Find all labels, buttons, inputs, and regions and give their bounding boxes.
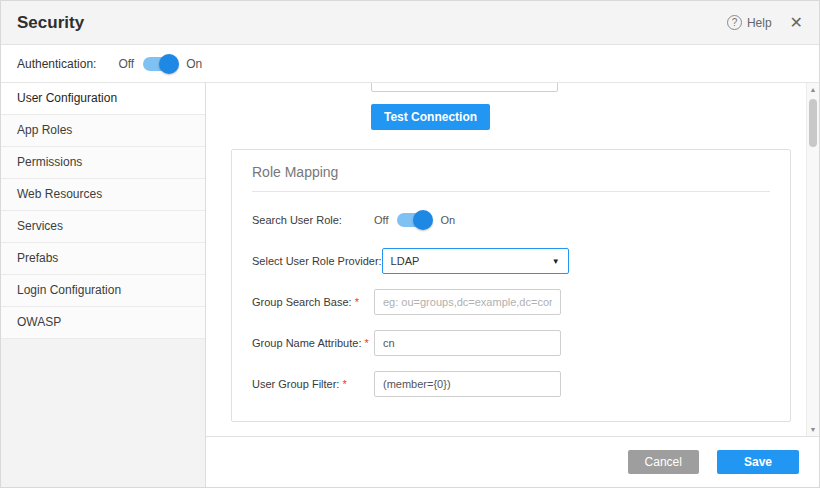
- help-icon: ?: [727, 15, 742, 30]
- cutoff-input-field[interactable]: [371, 83, 558, 92]
- group-name-attribute-label: Group Name Attribute:*: [252, 337, 374, 349]
- chevron-down-icon: ▼: [552, 257, 560, 266]
- search-user-role-toggle-group: Off On: [374, 213, 455, 227]
- search-user-role-off-label[interactable]: Off: [374, 214, 388, 226]
- security-dialog: Security ? Help ✕ Authentication: Off On…: [0, 0, 820, 488]
- authentication-label: Authentication:: [17, 57, 96, 71]
- sidebar-item-user-configuration[interactable]: User Configuration: [1, 83, 205, 115]
- scrollbar-down-arrow[interactable]: ▼: [807, 426, 819, 433]
- search-user-role-row: Search User Role: Off On: [252, 207, 770, 233]
- search-user-role-label: Search User Role:: [252, 214, 374, 226]
- save-button[interactable]: Save: [717, 450, 799, 474]
- sidebar-item-prefabs[interactable]: Prefabs: [1, 243, 205, 275]
- authentication-on-label[interactable]: On: [186, 57, 202, 71]
- label-text: Group Search Base:: [252, 296, 352, 308]
- help-button[interactable]: ? Help: [727, 15, 772, 30]
- sidebar-item-login-configuration[interactable]: Login Configuration: [1, 275, 205, 307]
- vertical-scrollbar[interactable]: ▲ ▼: [806, 83, 819, 436]
- cancel-button[interactable]: Cancel: [628, 450, 699, 474]
- sidebar-item-app-roles[interactable]: App Roles: [1, 115, 205, 147]
- group-name-attribute-input[interactable]: [374, 330, 561, 356]
- search-user-role-toggle[interactable]: [397, 213, 431, 227]
- sidebar-item-web-resources[interactable]: Web Resources: [1, 179, 205, 211]
- sidebar-item-permissions[interactable]: Permissions: [1, 147, 205, 179]
- role-mapping-panel: Role Mapping Search User Role: Off On Se…: [231, 149, 791, 422]
- required-asterisk: *: [342, 378, 346, 390]
- authentication-off-label[interactable]: Off: [118, 57, 134, 71]
- scrollbar-up-arrow[interactable]: ▲: [807, 86, 819, 93]
- dialog-footer: Cancel Save: [206, 436, 819, 487]
- required-asterisk: *: [364, 337, 368, 349]
- provider-row: Select User Role Provider: LDAP ▼: [252, 248, 770, 274]
- dialog-body: User Configuration App Roles Permissions…: [1, 83, 819, 487]
- group-search-base-input[interactable]: [374, 289, 561, 315]
- user-group-filter-row: User Group Filter:*: [252, 371, 770, 397]
- provider-label: Select User Role Provider:: [252, 255, 382, 267]
- toggle-knob: [159, 54, 179, 74]
- group-name-attribute-row: Group Name Attribute:*: [252, 330, 770, 356]
- sidebar-item-owasp[interactable]: OWASP: [1, 307, 205, 339]
- label-text: Group Name Attribute:: [252, 337, 361, 349]
- content-scroll-area: Test Connection Role Mapping Search User…: [206, 83, 819, 436]
- user-group-filter-label: User Group Filter:*: [252, 378, 374, 390]
- role-mapping-title: Role Mapping: [252, 164, 770, 192]
- sidebar: User Configuration App Roles Permissions…: [1, 83, 206, 487]
- user-group-filter-input[interactable]: [374, 371, 561, 397]
- required-asterisk: *: [355, 296, 359, 308]
- dialog-header: Security ? Help ✕: [1, 1, 819, 45]
- main-content: Test Connection Role Mapping Search User…: [206, 83, 819, 487]
- provider-selected-value: LDAP: [391, 255, 420, 267]
- scrollbar-thumb[interactable]: [809, 99, 817, 147]
- test-connection-button[interactable]: Test Connection: [371, 104, 490, 130]
- page-title: Security: [17, 13, 84, 33]
- group-search-base-row: Group Search Base:*: [252, 289, 770, 315]
- authentication-toggle[interactable]: [143, 57, 177, 71]
- header-actions: ? Help ✕: [727, 15, 803, 31]
- search-user-role-on-label[interactable]: On: [440, 214, 455, 226]
- sidebar-item-services[interactable]: Services: [1, 211, 205, 243]
- toggle-knob: [413, 210, 433, 230]
- group-search-base-label: Group Search Base:*: [252, 296, 374, 308]
- close-icon[interactable]: ✕: [790, 15, 803, 31]
- authentication-bar: Authentication: Off On: [1, 45, 819, 83]
- user-role-provider-select[interactable]: LDAP ▼: [382, 248, 569, 274]
- label-text: User Group Filter:: [252, 378, 339, 390]
- help-label: Help: [747, 16, 772, 30]
